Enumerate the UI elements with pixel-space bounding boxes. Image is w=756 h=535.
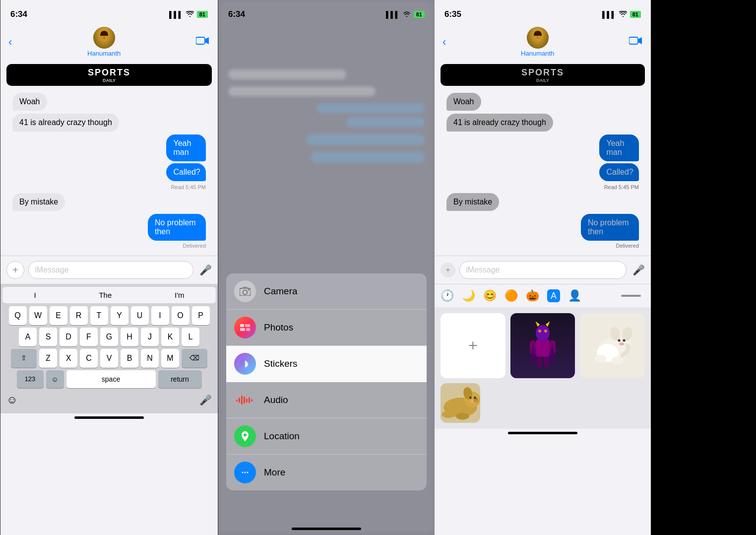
suggestion-i[interactable]: I <box>34 291 36 299</box>
home-indicator-1 <box>74 416 144 419</box>
key-a[interactable]: A <box>19 328 37 346</box>
key-b[interactable]: B <box>121 349 138 368</box>
key-i[interactable]: I <box>151 306 169 325</box>
time-1: 6:34 <box>10 9 27 19</box>
menu-label-audio: Audio <box>264 395 288 405</box>
video-button-1[interactable] <box>196 36 210 49</box>
svg-point-28 <box>247 472 249 473</box>
nav-header-1: ‹ <box>0 25 218 61</box>
input-plus-3[interactable]: + <box>441 263 455 277</box>
key-h[interactable]: H <box>121 328 138 346</box>
key-v[interactable]: V <box>100 349 118 368</box>
messages-area-3: Woah 41 is already crazy though Yeah man… <box>441 89 645 253</box>
mic-icon-3[interactable]: 🎤 <box>632 264 645 276</box>
key-j[interactable]: J <box>141 328 159 346</box>
sticker-add-button[interactable]: + <box>441 313 505 378</box>
key-123[interactable]: 123 <box>17 370 44 388</box>
messages-area-1: Woah 41 is already crazy though Yeah man… <box>6 89 212 253</box>
key-o[interactable]: O <box>172 306 189 325</box>
avatar-3[interactable] <box>527 27 549 49</box>
menu-item-camera[interactable]: Camera <box>226 273 427 310</box>
key-w[interactable]: W <box>29 306 47 325</box>
menu-item-more[interactable]: More <box>226 455 427 490</box>
right-bubbles2-1: No problem then Delivered <box>133 214 206 249</box>
status-bar-3: 6:35 ▌▌▌ 81 <box>435 0 651 25</box>
sticker-recent-icon[interactable]: 🕐 <box>441 289 454 302</box>
key-space[interactable]: space <box>66 370 156 388</box>
mic-icon-1[interactable]: 🎤 <box>199 264 212 276</box>
svg-point-58 <box>469 397 471 399</box>
menu-item-location[interactable]: Location <box>226 418 427 455</box>
key-e[interactable]: E <box>50 306 67 325</box>
input-plus-1[interactable]: + <box>6 261 24 279</box>
key-n[interactable]: N <box>141 349 159 368</box>
menu-item-stickers[interactable]: Stickers <box>226 346 427 382</box>
key-m[interactable]: M <box>161 349 179 368</box>
svg-point-50 <box>623 339 625 342</box>
contact-name-1[interactable]: Hanumanth <box>87 50 121 57</box>
input-field-3[interactable]: iMessage <box>459 261 627 279</box>
key-y[interactable]: Y <box>111 306 128 325</box>
menu-item-audio[interactable]: Audio <box>226 382 427 418</box>
key-d[interactable]: D <box>60 328 77 346</box>
key-r[interactable]: R <box>70 306 88 325</box>
key-g[interactable]: G <box>100 328 118 346</box>
menu-label-location: Location <box>264 431 300 442</box>
key-x[interactable]: X <box>60 349 77 368</box>
key-k[interactable]: K <box>161 328 179 346</box>
svg-point-27 <box>245 472 246 473</box>
sticker-golden-dog[interactable] <box>441 383 480 423</box>
key-p[interactable]: P <box>192 306 210 325</box>
emoji-icon-1[interactable]: ☺ <box>6 394 17 406</box>
sticker-white-dog[interactable] <box>580 313 645 378</box>
key-l[interactable]: L <box>182 328 199 346</box>
menu-label-stickers: Stickers <box>264 358 298 369</box>
white-dog-svg <box>590 323 635 368</box>
key-u[interactable]: U <box>131 306 149 325</box>
sticker-scroll-indicator <box>621 295 641 297</box>
sticker-pumpkin-icon[interactable]: 🎃 <box>526 289 539 302</box>
key-z[interactable]: Z <box>39 349 57 368</box>
menu-list: Camera Photos <box>226 273 427 490</box>
key-t[interactable]: T <box>90 306 108 325</box>
avatar-1[interactable] <box>93 27 115 49</box>
panel-2: 6:34 ▌▌▌ 81 <box>218 0 435 535</box>
suggestion-im[interactable]: I'm <box>175 291 185 299</box>
key-q[interactable]: Q <box>9 306 27 325</box>
bubble-noproblem-3: No problem then <box>581 214 639 241</box>
svg-point-37 <box>536 325 550 341</box>
key-return[interactable]: return <box>158 370 202 388</box>
key-delete[interactable]: ⌫ <box>182 349 207 368</box>
bubble-yeahman-1: Yeah man <box>166 134 206 161</box>
nav-center-3: Hanumanth <box>521 27 554 57</box>
sticker-purple-figure[interactable] <box>510 313 575 378</box>
suggestion-the[interactable]: The <box>99 291 112 299</box>
back-button-3[interactable]: ‹ <box>442 36 446 49</box>
sticker-user-icon[interactable]: 👤 <box>568 289 581 302</box>
kb-mic-icon-1[interactable]: 🎤 <box>199 394 212 406</box>
keyboard-bottom-1: ☺ 🎤 <box>2 391 216 411</box>
key-shift[interactable]: ⇧ <box>11 349 37 368</box>
key-s[interactable]: S <box>39 328 57 346</box>
keyboard-row-3: ⇧ Z X C V B N M ⌫ <box>2 349 216 368</box>
back-button-1[interactable]: ‹ <box>8 36 12 49</box>
right-bubbles-1: Yeah man Called? Read 5:45 PM <box>157 134 206 190</box>
sticker-moon-icon[interactable]: 🌙 <box>462 289 475 302</box>
svg-rect-42 <box>544 356 549 367</box>
key-emoji[interactable]: ☺ <box>46 370 64 388</box>
svg-rect-12 <box>240 324 244 327</box>
key-f[interactable]: F <box>80 328 98 346</box>
bubble-called-3: Called? <box>599 163 639 181</box>
panel2-chat-preview <box>218 69 435 170</box>
input-field-1[interactable]: iMessage <box>28 261 193 279</box>
sticker-app-icon[interactable]: A <box>547 289 560 302</box>
svg-rect-14 <box>240 328 245 331</box>
sticker-smile-icon[interactable]: 😊 <box>483 289 497 302</box>
menu-item-photos[interactable]: Photos <box>226 310 427 346</box>
svg-point-26 <box>242 472 244 473</box>
svg-point-11 <box>248 289 250 291</box>
contact-name-3[interactable]: Hanumanth <box>521 50 554 57</box>
key-c[interactable]: C <box>80 349 98 368</box>
sticker-orange-icon[interactable]: 🟠 <box>504 289 518 302</box>
video-button-3[interactable] <box>629 36 643 49</box>
